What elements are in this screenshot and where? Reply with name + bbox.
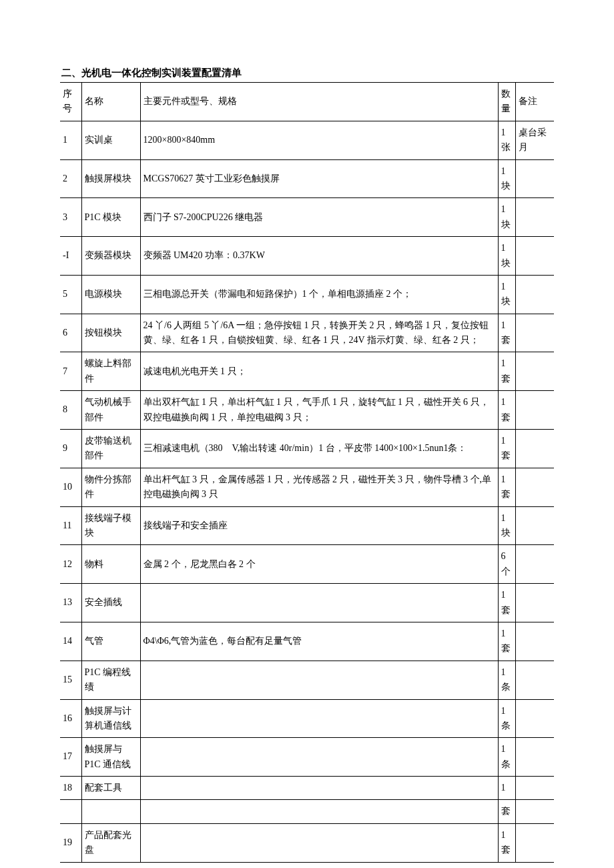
cell-note xyxy=(515,584,554,622)
cell-name: P1C 模块 xyxy=(81,198,140,237)
cell-seq: 6 xyxy=(60,314,81,352)
cell-name: 皮带输送机部件 xyxy=(81,430,140,468)
cell-spec: 1200×800×840mm xyxy=(140,121,498,159)
table-row: 12物料金属 2 个，尼龙黑白各 2 个6个 xyxy=(60,545,554,584)
cell-note xyxy=(515,777,554,800)
cell-spec xyxy=(140,777,498,800)
cell-seq: 1 xyxy=(60,121,81,159)
cell-spec: 减速电机光电开关 1 只； xyxy=(140,352,498,391)
cell-qty: 1套 xyxy=(498,584,515,622)
table-row: 16触摸屏与计算机通信线1条 xyxy=(60,699,554,738)
cell-note xyxy=(515,159,554,198)
cell-spec: 接线端子和安全插座 xyxy=(140,506,498,545)
cell-spec: MCGS70627 英寸工业彩色触摸屏 xyxy=(140,159,498,198)
table-row: 9皮带输送机部件三相减速电机（380 V,输出转速 40r/min）1 台，平皮… xyxy=(60,430,554,468)
cell-note xyxy=(515,352,554,391)
table-row: 13安全插线1套 xyxy=(60,584,554,622)
cell-qty: 1块 xyxy=(498,198,515,237)
cell-qty: 1套 xyxy=(498,430,515,468)
cell-seq: -I xyxy=(60,237,81,276)
cell-note xyxy=(515,430,554,468)
cell-qty: 6个 xyxy=(498,545,515,584)
cell-note xyxy=(515,506,554,545)
cell-name: 变频器模块 xyxy=(81,237,140,276)
cell-spec: 单出双杆气缸 1 只，单出杆气缸 1 只，气手爪 1 只，旋转气缸 1 只，磁性… xyxy=(140,391,498,430)
cell-note xyxy=(515,800,554,823)
cell-name: 实训桌 xyxy=(81,121,140,159)
table-row: 17触摸屏与P1C 通信线1条 xyxy=(60,738,554,777)
cell-spec: 单出杆气缸 3 只，金属传感器 1 只，光传感器 2 只，磁性开关 3 只，物件… xyxy=(140,468,498,506)
cell-qty: 1块 xyxy=(498,275,515,314)
cell-note xyxy=(515,198,554,237)
table-row: 1实训桌1200×800×840mm1张桌台采月 xyxy=(60,121,554,159)
cell-spec xyxy=(140,823,498,862)
cell-note xyxy=(515,314,554,352)
cell-spec xyxy=(140,661,498,699)
cell-spec: 三相减速电机（380 V,输出转速 40r/min）1 台，平皮带 1400×1… xyxy=(140,430,498,468)
cell-name: P1C 编程线绩 xyxy=(81,661,140,699)
cell-spec: 西门子 S7-200CPU226 继电器 xyxy=(140,198,498,237)
cell-name: 物件分拣部件 xyxy=(81,468,140,506)
table-header-row: 序号 名称 主要元件或型号、规格 数量 备注 xyxy=(60,83,554,121)
header-qty: 数量 xyxy=(498,83,515,121)
cell-seq: 11 xyxy=(60,506,81,545)
cell-note xyxy=(515,545,554,584)
table-row: 7螺旋上料部件减速电机光电开关 1 只；1套 xyxy=(60,352,554,391)
cell-note xyxy=(515,622,554,661)
cell-name: 物料 xyxy=(81,545,140,584)
cell-qty: 1条 xyxy=(498,661,515,699)
table-row: 3P1C 模块西门子 S7-200CPU226 继电器1块 xyxy=(60,198,554,237)
cell-name: 气动机械手部件 xyxy=(81,391,140,430)
cell-note xyxy=(515,699,554,738)
cell-name: 触摸屏与计算机通信线 xyxy=(81,699,140,738)
table-row: 10物件分拣部件单出杆气缸 3 只，金属传感器 1 只，光传感器 2 只，磁性开… xyxy=(60,468,554,506)
cell-name: 接线端子模块 xyxy=(81,506,140,545)
config-table: 序号 名称 主要元件或型号、规格 数量 备注 1实训桌1200×800×840m… xyxy=(60,82,554,863)
cell-seq: 3 xyxy=(60,198,81,237)
cell-note xyxy=(515,823,554,862)
header-name: 名称 xyxy=(81,83,140,121)
cell-note xyxy=(515,738,554,777)
cell-qty: 1套 xyxy=(498,823,515,862)
cell-spec: 24 丫/6 人两组 5 丫/6A 一组；急停按钮 1 只，转换开关 2 只，蜂… xyxy=(140,314,498,352)
cell-note xyxy=(515,275,554,314)
cell-note: 桌台采月 xyxy=(515,121,554,159)
table-row: 14气管Φ4\Φ6,气管为蓝色，每台配有足量气管1套 xyxy=(60,622,554,661)
cell-seq: 8 xyxy=(60,391,81,430)
cell-seq: 13 xyxy=(60,584,81,622)
cell-seq: 19 xyxy=(60,823,81,862)
table-row: 11接线端子模块接线端子和安全插座1块 xyxy=(60,506,554,545)
cell-name xyxy=(81,800,140,823)
cell-note xyxy=(515,468,554,506)
cell-qty: 1条 xyxy=(498,699,515,738)
header-spec: 主要元件或型号、规格 xyxy=(140,83,498,121)
cell-qty: 1块 xyxy=(498,506,515,545)
cell-qty: 1条 xyxy=(498,738,515,777)
cell-qty: 1套 xyxy=(498,314,515,352)
cell-name: 气管 xyxy=(81,622,140,661)
cell-qty: 1套 xyxy=(498,352,515,391)
cell-name: 电源模块 xyxy=(81,275,140,314)
cell-qty: 1块 xyxy=(498,159,515,198)
cell-spec: 变频器 UM420 功率：0.37KW xyxy=(140,237,498,276)
cell-seq: 2 xyxy=(60,159,81,198)
cell-name: 触摸屏模块 xyxy=(81,159,140,198)
header-seq: 序号 xyxy=(60,83,81,121)
cell-note xyxy=(515,237,554,276)
cell-seq: 16 xyxy=(60,699,81,738)
table-row: 6按钮模块24 丫/6 人两组 5 丫/6A 一组；急停按钮 1 只，转换开关 … xyxy=(60,314,554,352)
table-row: 5电源模块三相电源总开关（带漏电和短路保护）1 个，单相电源插座 2 个；1块 xyxy=(60,275,554,314)
cell-seq xyxy=(60,800,81,823)
cell-qty: 1套 xyxy=(498,468,515,506)
cell-name: 触摸屏与P1C 通信线 xyxy=(81,738,140,777)
cell-name: 配套工具 xyxy=(81,777,140,800)
cell-name: 按钮模块 xyxy=(81,314,140,352)
table-row: 套 xyxy=(60,800,554,823)
table-row: 2触摸屏模块MCGS70627 英寸工业彩色触摸屏1块 xyxy=(60,159,554,198)
cell-seq: 14 xyxy=(60,622,81,661)
cell-spec: Φ4\Φ6,气管为蓝色，每台配有足量气管 xyxy=(140,622,498,661)
cell-seq: 17 xyxy=(60,738,81,777)
table-row: 8气动机械手部件单出双杆气缸 1 只，单出杆气缸 1 只，气手爪 1 只，旋转气… xyxy=(60,391,554,430)
table-row: 19产品配套光盘1套 xyxy=(60,823,554,862)
cell-seq: 9 xyxy=(60,430,81,468)
